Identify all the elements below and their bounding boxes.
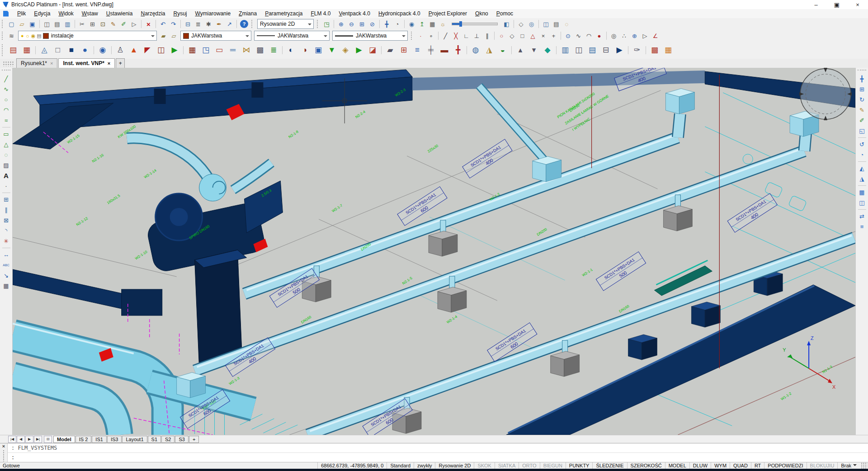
osnap-center-icon[interactable]: ○ bbox=[497, 31, 506, 41]
menu-item-parametryzacja[interactable]: Parametryzacja bbox=[261, 9, 307, 18]
print-icon[interactable]: ▤ bbox=[52, 19, 62, 29]
flm-duct-icon[interactable]: ▭ bbox=[213, 44, 226, 57]
panel-sheet-icon[interactable]: ▤ bbox=[586, 44, 599, 57]
pick-icon[interactable]: ✐ bbox=[857, 116, 867, 125]
status-field-quad[interactable]: QUAD bbox=[730, 462, 751, 469]
panel-left-icon[interactable]: ▥ bbox=[559, 44, 571, 57]
ventpack-damper-icon[interactable]: ◑ bbox=[298, 44, 311, 57]
arc-tool-icon[interactable]: ◠ bbox=[1, 105, 11, 115]
layer-states-icon[interactable]: ▱ bbox=[169, 31, 179, 41]
workspace-combo[interactable]: Rysowanie 2D bbox=[257, 19, 314, 29]
publish-icon[interactable]: ▥ bbox=[63, 19, 72, 29]
menu-item-zmiana[interactable]: Zmiana bbox=[235, 9, 261, 18]
osnap-from-icon[interactable]: ∿ bbox=[574, 31, 583, 41]
status-field-tracking[interactable]: ŚLEDZENIE bbox=[592, 462, 627, 469]
toolbar-grip[interactable] bbox=[317, 20, 319, 28]
flm-fire-icon[interactable]: ▲ bbox=[127, 44, 140, 57]
line-tool-icon[interactable]: ╱ bbox=[1, 74, 11, 84]
osnap-parallel-icon[interactable]: ∥ bbox=[482, 31, 492, 41]
minimize-button[interactable]: – bbox=[806, 0, 826, 9]
new-tab-button[interactable]: + bbox=[116, 58, 125, 68]
osnap-quadrant-icon[interactable]: ◇ bbox=[507, 31, 517, 41]
box-outline-icon[interactable]: □ bbox=[52, 44, 64, 57]
ventpack-drop-icon[interactable]: ▼ bbox=[326, 44, 338, 57]
sheet-list-icon[interactable]: ⊟ bbox=[44, 436, 52, 443]
circle-tool-icon[interactable]: ○ bbox=[1, 95, 11, 104]
layout-tab-is-2[interactable]: IS 2 bbox=[75, 436, 92, 443]
wall-edit-icon[interactable]: ▦ bbox=[20, 44, 33, 57]
add-layout-button[interactable]: + bbox=[189, 436, 199, 443]
menu-item-widok[interactable]: Widok bbox=[54, 9, 77, 18]
layout-nav-button-0[interactable]: |◀ bbox=[8, 436, 16, 443]
menu-item-plik[interactable]: Plik bbox=[13, 9, 30, 18]
layers-icon[interactable]: ≋ bbox=[7, 31, 16, 41]
save-icon[interactable]: ▣ bbox=[28, 19, 37, 29]
toolbar-grip[interactable] bbox=[251, 20, 254, 28]
collaborate-icon[interactable]: ◌ bbox=[562, 19, 571, 29]
menu-item-flm-4-0[interactable]: FLM 4.0 bbox=[307, 9, 335, 18]
ventpack-diffuser-icon[interactable]: ◈ bbox=[339, 44, 352, 57]
status-field-esnap[interactable]: PUNKTY bbox=[566, 462, 593, 469]
toolbar-grip[interactable] bbox=[2, 32, 4, 40]
status-field-ortho[interactable]: ORTO bbox=[519, 462, 539, 469]
status-field-grid[interactable]: SIATKA bbox=[495, 462, 519, 469]
panel-drag-handle[interactable] bbox=[3, 450, 5, 462]
ventpack-run-icon[interactable]: ▶ bbox=[353, 44, 365, 57]
status-field-duct[interactable]: DLUW bbox=[689, 462, 711, 469]
close-icon[interactable]: × bbox=[50, 61, 53, 66]
spline-tool-icon[interactable]: ≈ bbox=[1, 116, 11, 125]
brightness-slider[interactable] bbox=[452, 23, 498, 25]
layer-previous-icon[interactable]: ▰ bbox=[159, 31, 168, 41]
layout-tab-s2[interactable]: S2 bbox=[161, 436, 175, 443]
menu-item-wymiarowanie[interactable]: Wymiarowanie bbox=[191, 9, 235, 18]
flm-door-icon[interactable]: ◫ bbox=[155, 44, 167, 57]
osnap-midpoint-icon[interactable]: ╱ bbox=[441, 31, 450, 41]
panel-grid-icon[interactable]: ◫ bbox=[572, 44, 585, 57]
copy-entities-icon[interactable]: ⊞ bbox=[857, 85, 867, 94]
flm-export-icon[interactable]: ◳ bbox=[199, 44, 212, 57]
stretch-icon[interactable]: ⇄ bbox=[857, 212, 867, 221]
menu-item-edycja[interactable]: Edycja bbox=[30, 9, 54, 18]
look-icon[interactable]: ◉ bbox=[407, 19, 416, 29]
duct-reduce-icon[interactable]: ▬ bbox=[438, 44, 451, 57]
status-field-none-selector[interactable]: Brak bbox=[837, 462, 860, 469]
duct-add-icon[interactable]: ⊞ bbox=[397, 44, 410, 57]
zoom-out-icon[interactable]: ⊖ bbox=[347, 19, 356, 29]
offset-tool-icon[interactable]: ∥ bbox=[1, 205, 11, 215]
menu-item-rysuj[interactable]: Rysuj bbox=[169, 9, 191, 18]
duct-join-icon[interactable]: ╋ bbox=[452, 44, 464, 57]
delete-icon[interactable]: × bbox=[144, 19, 153, 29]
system-color-icon[interactable]: ◆ bbox=[541, 44, 554, 57]
hydronic-pump-icon[interactable]: ◍ bbox=[469, 44, 482, 57]
rotate-icon[interactable]: ↻ bbox=[857, 95, 867, 104]
fillet-tool-icon[interactable]: ◝ bbox=[1, 226, 11, 236]
table-tool-icon[interactable]: ▦ bbox=[1, 281, 11, 291]
label-up-icon[interactable]: ▴ bbox=[514, 44, 527, 57]
tab-scroll-handle[interactable] bbox=[3, 61, 14, 66]
undo-icon[interactable]: ↶ bbox=[158, 19, 168, 29]
sphere-icon[interactable]: ● bbox=[79, 44, 91, 57]
leader-tool-icon[interactable]: ↘ bbox=[1, 271, 11, 280]
viewports-icon[interactable]: ◫ bbox=[541, 19, 551, 29]
close-button[interactable]: × bbox=[847, 0, 868, 9]
render-icon[interactable]: ◧ bbox=[502, 19, 511, 29]
status-field-dim[interactable]: WYM bbox=[711, 462, 730, 469]
flm-grid-icon[interactable]: ▩ bbox=[254, 44, 266, 57]
explorer-icon[interactable]: ≣ bbox=[193, 19, 203, 29]
move-icon[interactable]: ╋ bbox=[857, 74, 867, 84]
open-icon[interactable]: ▱ bbox=[17, 19, 27, 29]
box-solid-icon[interactable]: ■ bbox=[65, 44, 78, 57]
menu-item-okno[interactable]: Okno bbox=[471, 9, 492, 18]
properties-icon[interactable]: ⊟ bbox=[183, 19, 193, 29]
array-icon[interactable]: ▦ bbox=[857, 188, 867, 197]
osnap-none-icon[interactable]: + bbox=[549, 31, 558, 41]
flm-play-icon[interactable]: ▶ bbox=[168, 44, 181, 57]
osnap-toggle-icon[interactable]: ∙ bbox=[416, 31, 425, 41]
walk-icon[interactable]: ↥ bbox=[417, 19, 427, 29]
layout-tab-s3[interactable]: S3 bbox=[175, 436, 188, 443]
toolbar-grip[interactable] bbox=[2, 70, 10, 72]
title-bar[interactable]: BricsCAD Platinum - [Inst. went. VNP.dwg… bbox=[0, 0, 868, 9]
osnap-nearest-icon[interactable]: × bbox=[538, 31, 548, 41]
status-field-hints[interactable]: PODPOWIEDZI bbox=[764, 462, 806, 469]
status-field-coordinates[interactable]: 68662.6739, -47895.9849, 0 bbox=[317, 462, 387, 469]
